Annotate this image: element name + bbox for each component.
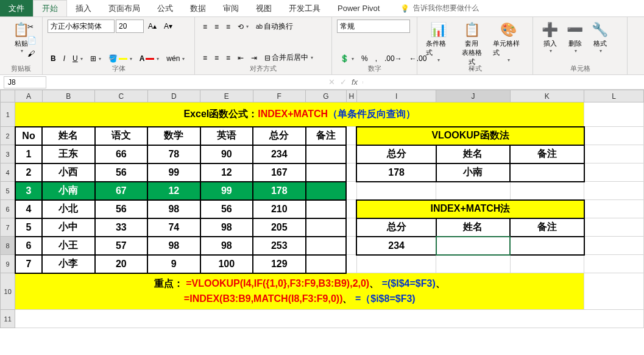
cut-button[interactable]: ✂ — [24, 21, 40, 33]
cell[interactable]: 167 — [253, 163, 305, 182]
cell[interactable]: 57 — [95, 237, 147, 255]
cell[interactable] — [510, 163, 584, 182]
row-header[interactable]: 5 — [1, 182, 15, 200]
align-bottom-button[interactable]: ≡ — [223, 21, 233, 33]
cell[interactable]: VLOOKUP函数法 — [356, 127, 584, 145]
cell[interactable]: 语文 — [95, 127, 147, 145]
col-header[interactable]: G — [306, 90, 347, 102]
cell-styles-button[interactable]: 🎨单元格样式▾ — [489, 20, 528, 65]
cell[interactable] — [306, 255, 347, 273]
cell[interactable]: 总分 — [356, 145, 436, 163]
format-cells-button[interactable]: 🔧格式▾ — [588, 20, 612, 56]
tab-file[interactable]: 文件 — [0, 0, 33, 16]
cell[interactable] — [346, 218, 356, 237]
insert-cells-button[interactable]: ➕插入▾ — [538, 20, 562, 56]
row-header[interactable]: 3 — [1, 145, 15, 163]
underline-button[interactable]: U▾ — [69, 52, 86, 65]
cell[interactable] — [346, 255, 356, 273]
align-left-button[interactable]: ≡ — [200, 52, 210, 64]
cell[interactable]: 12 — [147, 182, 200, 200]
cell[interactable]: 备注 — [510, 145, 584, 163]
col-header[interactable]: H — [346, 90, 356, 102]
col-header[interactable]: L — [584, 90, 644, 102]
cell[interactable] — [436, 255, 510, 273]
cell[interactable]: 33 — [95, 218, 147, 237]
cell[interactable]: 姓名 — [436, 145, 510, 163]
cell[interactable]: 90 — [200, 145, 253, 163]
cell[interactable]: 小南 — [42, 182, 94, 200]
row-header[interactable]: 7 — [1, 218, 15, 237]
cell[interactable]: 98 — [147, 237, 200, 255]
tab-formula[interactable]: 公式 — [149, 0, 182, 16]
cell[interactable] — [346, 237, 356, 255]
tab-view[interactable]: 视图 — [247, 0, 280, 16]
cell[interactable]: 数学 — [147, 127, 200, 145]
cell[interactable] — [306, 218, 347, 237]
cell[interactable] — [584, 127, 644, 145]
indent-decrease-button[interactable]: ⇤ — [235, 52, 247, 64]
select-all-corner[interactable] — [1, 90, 15, 102]
percent-button[interactable]: % — [358, 52, 371, 65]
cell[interactable] — [346, 200, 356, 218]
align-center-button[interactable]: ≡ — [211, 52, 222, 64]
cell[interactable]: 1 — [15, 145, 42, 163]
cell[interactable]: 100 — [200, 255, 253, 273]
cell[interactable]: 小西 — [42, 163, 94, 182]
cell[interactable]: 178 — [356, 163, 436, 182]
cell[interactable] — [306, 182, 347, 200]
cell[interactable]: 总分 — [253, 127, 305, 145]
align-middle-button[interactable]: ≡ — [211, 21, 222, 33]
decrease-font-button[interactable]: A▾ — [161, 20, 175, 32]
cell[interactable] — [346, 127, 356, 145]
number-format-select[interactable] — [337, 20, 410, 33]
align-top-button[interactable]: ≡ — [200, 21, 210, 33]
cell[interactable]: 98 — [200, 218, 253, 237]
cell[interactable]: 66 — [95, 145, 147, 163]
col-header[interactable]: I — [356, 90, 436, 102]
cell[interactable] — [306, 200, 347, 218]
cell[interactable] — [346, 145, 356, 163]
fill-color-button[interactable]: 🪣▾ — [105, 52, 135, 65]
cell[interactable]: 小中 — [42, 218, 94, 237]
cell[interactable] — [346, 163, 356, 182]
cell[interactable]: 2 — [15, 163, 42, 182]
tab-pivot[interactable]: Power Pivot — [329, 0, 388, 16]
cell[interactable]: 12 — [200, 163, 253, 182]
cell[interactable]: 4 — [15, 200, 42, 218]
increase-font-button[interactable]: A▴ — [145, 20, 160, 32]
tab-dev[interactable]: 开发工具 — [280, 0, 329, 16]
col-header[interactable]: J — [436, 90, 510, 102]
cell[interactable]: 小南 — [436, 163, 510, 182]
tab-review[interactable]: 审阅 — [214, 0, 247, 16]
col-header[interactable]: K — [510, 90, 584, 102]
cell[interactable]: 6 — [15, 237, 42, 255]
cell[interactable]: 56 — [95, 163, 147, 182]
cell[interactable] — [584, 163, 644, 182]
cell[interactable]: 98 — [147, 200, 200, 218]
cell[interactable]: 小王 — [42, 237, 94, 255]
title-cell[interactable]: Excel函数公式：INDEX+MATCH（单条件反向查询） — [15, 102, 584, 127]
worksheet-grid[interactable]: A B C D E F G H I J K L 1 Excel函数公式：INDE… — [0, 90, 644, 355]
row-header[interactable]: 2 — [1, 127, 15, 145]
col-header[interactable]: D — [147, 90, 200, 102]
cell[interactable] — [510, 255, 584, 273]
cell[interactable]: 5 — [15, 218, 42, 237]
tab-home[interactable]: 开始 — [33, 0, 67, 16]
row-header[interactable]: 10 — [1, 273, 15, 310]
merge-center-button[interactable]: ⊟ 合并后居中▾ — [261, 51, 316, 65]
cell[interactable] — [584, 145, 644, 163]
cell[interactable]: 7 — [15, 255, 42, 273]
cell[interactable] — [584, 182, 644, 200]
row-header[interactable]: 9 — [1, 255, 15, 273]
bold-button[interactable]: B — [48, 52, 59, 65]
copy-button[interactable]: 📄 — [24, 34, 40, 46]
cell[interactable]: 姓名 — [42, 127, 94, 145]
increase-decimal-button[interactable]: .00→ — [381, 52, 405, 65]
border-button[interactable]: ⊞▾ — [87, 52, 104, 65]
currency-button[interactable]: 💲▾ — [337, 52, 357, 65]
footer-cell[interactable]: 重点： =VLOOKUP(I4,IF({1,0},F3:F9,B3:B9),2,… — [15, 273, 584, 310]
col-header[interactable]: F — [253, 90, 305, 102]
cell[interactable] — [436, 182, 510, 200]
font-name-select[interactable] — [48, 20, 115, 33]
cell[interactable] — [510, 237, 584, 255]
